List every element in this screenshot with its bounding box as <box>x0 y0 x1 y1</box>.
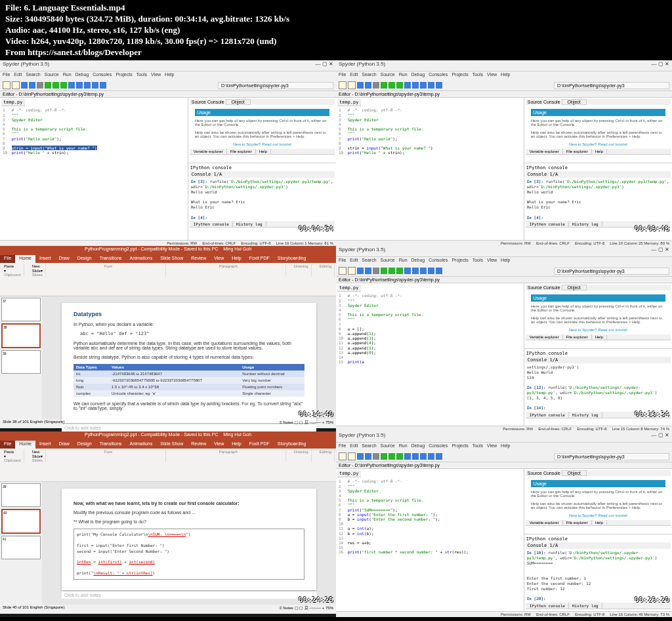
slide-thumb-active[interactable]: 38 <box>1 323 41 348</box>
debug-icon[interactable] <box>68 82 75 89</box>
datatypes-table: Data TypesValuesUsage int-2147483648 to … <box>74 364 304 397</box>
editor-path: Editor - D:\binPython\settings\spyder-py… <box>0 91 336 98</box>
frame-1-spyder: Spyder (Python 3.5) — ▢ ✕ FileEditSearch… <box>0 60 336 246</box>
console-output: In [3]: runfile('D:/binPython/settings/.… <box>190 178 335 221</box>
video-timestamp: 00:04:54 <box>299 224 333 233</box>
notes-pane[interactable]: Click to add notes <box>62 424 316 431</box>
code-editor[interactable]: temp.py 1 # -*- coding: utf-8 -*- 2 """ … <box>336 283 524 426</box>
slide-thumb[interactable]: 39 <box>1 350 41 374</box>
statusbar: Permissions: RWEnd-of-lines: CRLFEncodin… <box>0 240 336 246</box>
stop-icon[interactable] <box>100 82 106 89</box>
step-in-icon[interactable] <box>84 82 91 89</box>
usage-title: Usage <box>195 109 329 116</box>
help-pane: Source Console Object Usage Here you can… <box>188 98 336 163</box>
file-info-header: File: 6. Language Essentials.mp4 Size: 3… <box>0 0 672 60</box>
code-editor[interactable]: temp.py 1 # -*- coding: utf-8 -*- 2 """ … <box>336 469 524 611</box>
ribbon-tabs[interactable]: FileHomeInsertDrawDesignTransitionsAnima… <box>0 255 336 263</box>
menubar[interactable]: FileEditSearchSourceRunDebugConsolesProj… <box>0 71 336 80</box>
search-icon[interactable] <box>37 82 43 89</box>
code-content[interactable]: 1 # -*- coding: utf-8 -*- 2 """ 3 Spyder… <box>1 106 186 156</box>
save-icon[interactable] <box>21 82 28 89</box>
slide-thumb[interactable]: 37 <box>1 298 41 321</box>
frame-3-powerpoint: PythonProgramming2.ppt - Compatibility M… <box>0 246 336 431</box>
run-cell-icon[interactable] <box>52 82 59 89</box>
slide-thumbnails[interactable]: 37 38 39 <box>0 296 42 419</box>
ppt-titlebar: PythonProgramming2.ppt - Compatibility M… <box>0 246 336 255</box>
working-dir[interactable]: D:\binPython\settings\spyder-py3 <box>221 83 289 88</box>
open-icon[interactable] <box>12 81 20 89</box>
help-header[interactable]: Source Console Object <box>190 99 335 105</box>
run-selection-icon[interactable] <box>60 82 67 89</box>
save-all-icon[interactable] <box>29 82 35 89</box>
new-file-icon[interactable] <box>3 81 10 89</box>
usage-text: Here you can get help of any object by p… <box>190 116 335 149</box>
step-out-icon[interactable] <box>92 82 98 89</box>
window-title: Spyder (Python 3.5) <box>3 61 49 70</box>
editor-tab[interactable]: temp.py <box>1 99 25 106</box>
window-controls[interactable]: — ▢ ✕ <box>316 61 333 70</box>
help-tabs[interactable]: Variable explorerFile explorerHelp <box>190 149 335 155</box>
slide-content: Datatypes In Python, when you declare a … <box>62 303 316 423</box>
frame-2-spyder: Spyder (Python 3.5)— ▢ ✕ FileEditSearchS… <box>336 60 672 246</box>
main-toolbar[interactable]: D:\binPython\settings\spyder-py3 <box>0 80 336 91</box>
step-over-icon[interactable] <box>76 82 83 89</box>
frame-5-powerpoint: PythonProgramming2.ppt - Compatibility M… <box>0 431 336 617</box>
frame-6-spyder: Spyder (Python 3.5)— ▢ ✕ FileEditSearchS… <box>336 431 672 617</box>
code-editor[interactable]: temp.py 1 # -*- coding: utf-8 -*- 2 """ … <box>0 98 188 240</box>
slide-title: Datatypes <box>74 311 304 317</box>
code-example: print("My Console Calculator\n\nSUM: \n=… <box>74 529 304 579</box>
run-icon[interactable] <box>45 82 51 89</box>
window-titlebar: Spyder (Python 3.5) — ▢ ✕ <box>0 60 336 71</box>
code-editor[interactable]: temp.py 1 # -*- coding: utf-8 -*- 2 """ … <box>336 98 524 240</box>
ribbon[interactable]: Paste▾Clipboard NewSlide▾Slides Font Par… <box>0 263 336 296</box>
frame-4-spyder: Spyder (Python 3.5)— ▢ ✕ FileEditSearchS… <box>336 246 672 431</box>
